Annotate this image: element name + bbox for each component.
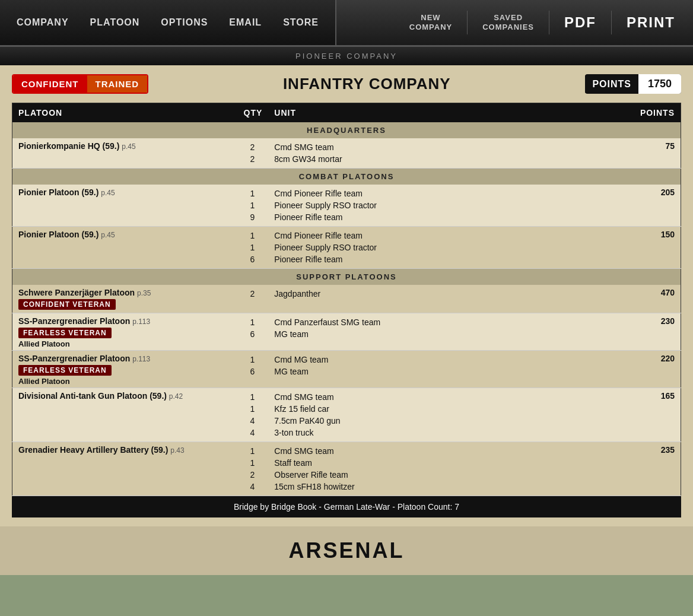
platoon-cell: Pionier Platoon (59.) p.45 (12, 185, 238, 227)
qty-cell: 16 (238, 313, 269, 351)
nav-email[interactable]: EMAIL (218, 0, 272, 45)
saved-companies-button[interactable]: SAVEDCOMPANIES (476, 13, 540, 31)
platoon-cell: SS-Panzergrenadier Platoon p.113FEARLESS… (12, 351, 238, 388)
company-header: CONFIDENT TRAINED INFANTRY COMPANY POINT… (12, 74, 681, 94)
points-cell: 150 (634, 227, 681, 269)
section-name: HEADQUARTERS (12, 122, 681, 138)
inline-badge: FEARLESS VETERAN (18, 328, 112, 338)
company-title-bar: PIONEER COMPANY (0, 47, 693, 65)
footer-text: Bridge by Bridge Book - German Late-War … (234, 502, 459, 512)
col-qty: QTY (238, 103, 269, 123)
section-name: SUPPORT PLATOONS (12, 269, 681, 285)
roster-footer: Bridge by Bridge Book - German Late-War … (12, 496, 681, 517)
table-body: HEADQUARTERS Pionierkompanie HQ (59.) p.… (12, 122, 681, 496)
platoon-cell: SS-Panzergrenadier Platoon p.113FEARLESS… (12, 313, 238, 351)
points-cell: 75 (634, 138, 681, 169)
morale-badge-group: CONFIDENT TRAINED (12, 74, 148, 94)
unit-cell: Cmd Pioneer Rifle teamPioneer Supply RSO… (268, 227, 633, 269)
section-name: COMBAT PLATOONS (12, 169, 681, 185)
nav-right-group: NEWCOMPANY SAVEDCOMPANIES PDF PRINT (392, 0, 693, 45)
points-cell: 230 (634, 313, 681, 351)
allied-label: Allied Platoon (18, 339, 232, 348)
nav-store[interactable]: STORE (272, 0, 329, 45)
print-button[interactable]: PRINT (621, 14, 681, 31)
table-row: Pionier Platoon (59.) p.45 119 Cmd Pione… (12, 185, 681, 227)
points-cell: 165 (634, 388, 681, 442)
platoon-cell: Pionier Platoon (59.) p.45 (12, 227, 238, 269)
points-cell: 205 (634, 185, 681, 227)
nav-company[interactable]: COMPANY (6, 0, 80, 45)
arsenal-title: ARSENAL (12, 538, 681, 563)
table-row: Divisional Anti-tank Gun Platoon (59.) p… (12, 388, 681, 442)
table-row: Pionierkompanie HQ (59.) p.45 22 Cmd SMG… (12, 138, 681, 169)
unit-cell: Cmd SMG team8cm GW34 mortar (268, 138, 633, 169)
qty-cell: 119 (238, 185, 269, 227)
points-cell: 470 (634, 285, 681, 313)
points-value: 1750 (638, 74, 681, 94)
table-row: SS-Panzergrenadier Platoon p.113FEARLESS… (12, 351, 681, 388)
table-header: PLATOON QTY UNIT POINTS (12, 103, 681, 123)
section-header-row: COMBAT PLATOONS (12, 169, 681, 185)
unit-cell: Cmd MG teamMG team (268, 351, 633, 388)
col-points: POINTS (634, 103, 681, 123)
confident-badge: CONFIDENT (13, 75, 87, 93)
table-row: Pionier Platoon (59.) p.45 116 Cmd Pione… (12, 227, 681, 269)
pdf-button[interactable]: PDF (558, 14, 602, 31)
bottom-section: ARSENAL (0, 526, 693, 575)
table-row: Schwere Panzerjäger Platoon p.35CONFIDEN… (12, 285, 681, 313)
points-group: POINTS 1750 (585, 74, 681, 94)
unit-cell: Cmd SMG teamStaff teamObserver Rifle tea… (268, 442, 633, 496)
company-name: INFANTRY COMPANY (154, 75, 579, 93)
col-platoon: PLATOON (12, 103, 238, 123)
nav-divider-1 (467, 11, 468, 34)
qty-cell: 116 (238, 227, 269, 269)
roster-table: PLATOON QTY UNIT POINTS HEADQUARTERS Pio… (12, 103, 681, 496)
points-label: POINTS (585, 75, 638, 93)
nav-divider-3 (611, 11, 612, 34)
nav-divider-2 (549, 11, 549, 34)
section-header-row: HEADQUARTERS (12, 122, 681, 138)
unit-cell: Cmd SMG teamKfz 15 field car7.5cm PaK40 … (268, 388, 633, 442)
platoon-cell: Schwere Panzerjäger Platoon p.35CONFIDEN… (12, 285, 238, 313)
unit-cell: Cmd Pioneer Rifle teamPioneer Supply RSO… (268, 185, 633, 227)
section-header-row: SUPPORT PLATOONS (12, 269, 681, 285)
qty-cell: 1124 (238, 442, 269, 496)
platoon-cell: Grenadier Heavy Artillery Battery (59.) … (12, 442, 238, 496)
platoon-cell: Divisional Anti-tank Gun Platoon (59.) p… (12, 388, 238, 442)
top-navigation: COMPANY PLATOON OPTIONS EMAIL STORE NEWC… (0, 0, 693, 47)
platoon-cell: Pionierkompanie HQ (59.) p.45 (12, 138, 238, 169)
table-row: SS-Panzergrenadier Platoon p.113FEARLESS… (12, 313, 681, 351)
trained-badge: TRAINED (87, 75, 148, 93)
col-unit: UNIT (268, 103, 633, 123)
unit-cell: Cmd Panzerfaust SMG teamMG team (268, 313, 633, 351)
nav-platoon[interactable]: PLATOON (80, 0, 151, 45)
new-company-button[interactable]: NEWCOMPANY (403, 13, 458, 31)
qty-cell: 22 (238, 138, 269, 169)
inline-badge: CONFIDENT VETERAN (18, 299, 116, 310)
nav-options[interactable]: OPTIONS (150, 0, 218, 45)
points-cell: 235 (634, 442, 681, 496)
allied-label: Allied Platoon (18, 377, 232, 386)
qty-cell: 16 (238, 351, 269, 388)
points-cell: 220 (634, 351, 681, 388)
table-row: Grenadier Heavy Artillery Battery (59.) … (12, 442, 681, 496)
qty-cell: 1144 (238, 388, 269, 442)
qty-cell: 2 (238, 285, 269, 313)
company-title: PIONEER COMPANY (295, 52, 398, 61)
nav-left-group: COMPANY PLATOON OPTIONS EMAIL STORE (0, 0, 336, 45)
main-content: CONFIDENT TRAINED INFANTRY COMPANY POINT… (0, 65, 693, 526)
unit-cell: Jagdpanther (268, 285, 633, 313)
inline-badge: FEARLESS VETERAN (18, 365, 112, 376)
